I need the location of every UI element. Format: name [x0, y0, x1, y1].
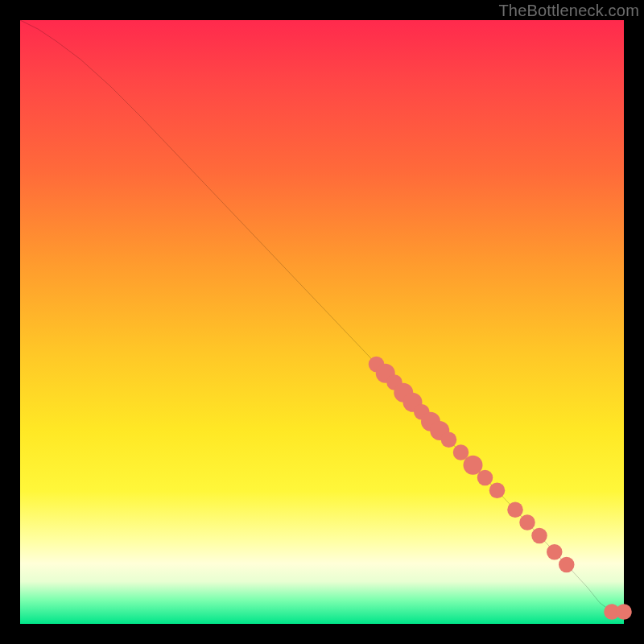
data-marker — [489, 483, 505, 499]
data-marker — [519, 514, 535, 530]
data-marker — [559, 557, 574, 573]
data-marker — [453, 444, 469, 460]
data-marker — [616, 604, 631, 619]
data-marker — [477, 470, 493, 486]
plot-area — [20, 20, 624, 624]
data-marker — [441, 432, 456, 448]
chart-svg — [20, 20, 624, 624]
data-marker — [547, 544, 562, 560]
data-marker — [464, 456, 483, 475]
chart-stage: TheBottleneck.com — [0, 0, 644, 644]
marker-group — [369, 357, 632, 620]
data-marker — [507, 502, 522, 518]
data-marker — [531, 528, 547, 544]
watermark-text: TheBottleneck.com — [498, 2, 639, 20]
